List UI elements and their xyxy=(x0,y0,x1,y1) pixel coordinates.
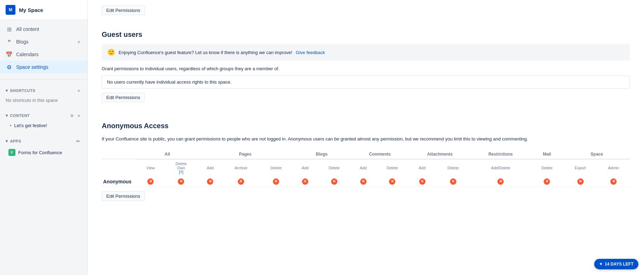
anon-comments-delete-cell: ✕ xyxy=(376,176,409,187)
pages-group-header: Pages xyxy=(198,150,293,159)
sidebar-item-all-content[interactable]: ⊞ All content xyxy=(0,23,87,35)
permissions-table: All Pages Blogs Comments Attachments Res… xyxy=(102,150,630,187)
anonymous-row-label: Anonymous xyxy=(102,176,137,187)
apps-section: APPS ✏ F Forms for Confluence xyxy=(0,133,87,161)
trial-badge[interactable]: ✦ 14 DAYS LEFT xyxy=(594,259,638,269)
space-logo-letter: M xyxy=(9,7,12,12)
anon-mail-delete-x-icon: ✕ xyxy=(544,178,550,185)
grant-permissions-text: Grant permissions to individual users, r… xyxy=(102,66,630,71)
anon-blogs-add-cell: ✕ xyxy=(293,176,317,187)
content-heading: CONTENT xyxy=(10,113,29,118)
anon-pages-add-x-icon: ✕ xyxy=(207,178,213,185)
space-export-header: Export xyxy=(564,159,597,176)
sidebar-header: M My Space xyxy=(0,0,87,20)
blogs-delete-header: Delete xyxy=(317,159,351,176)
sidebar-item-blogs[interactable]: ❝ Blogs + xyxy=(0,35,87,48)
anon-comments-delete-x-icon: ✕ xyxy=(389,178,395,185)
anon-pages-delete-x-icon: ✕ xyxy=(273,178,279,185)
apps-chevron-icon xyxy=(6,139,8,144)
mail-delete-header: Delete xyxy=(530,159,564,176)
sidebar-item-all-content-label: All content xyxy=(16,26,39,32)
pages-delete-header: Delete xyxy=(259,159,293,176)
anon-comments-add-x-icon: ✕ xyxy=(360,178,367,185)
anon-delete-own-x-icon: ✕ xyxy=(178,178,184,185)
shortcuts-section: SHORTCUTS + No shortcuts in this space xyxy=(0,82,87,107)
shortcuts-heading: SHORTCUTS xyxy=(10,89,35,93)
content-chevron-icon xyxy=(6,113,8,118)
anon-blogs-add-x-icon: ✕ xyxy=(302,178,308,185)
row-label-header xyxy=(102,159,137,176)
blogs-add-header: Add xyxy=(293,159,317,176)
sidebar-space-title: My Space xyxy=(19,7,43,13)
anon-attachments-delete-x-icon: ✕ xyxy=(450,178,456,185)
calendar-icon: 📅 xyxy=(6,51,13,58)
smiley-icon: 🙂 xyxy=(107,48,115,56)
anon-attachments-add-cell: ✕ xyxy=(409,176,435,187)
anon-comments-add-cell: ✕ xyxy=(351,176,376,187)
content-item-festive[interactable]: Let's get festive! xyxy=(0,121,87,130)
trial-label: 14 DAYS LEFT xyxy=(605,262,633,267)
all-delete-own-header: DeleteOwn[?] xyxy=(165,159,198,176)
main-content: Edit Permissions Guest users 🙂 Enjoying … xyxy=(88,0,644,275)
blogs-add-button[interactable]: + xyxy=(76,38,82,45)
sidebar-item-calendars[interactable]: 📅 Calendars xyxy=(0,48,87,61)
anon-blogs-delete-x-icon: ✕ xyxy=(331,178,337,185)
anon-pages-archive-x-icon: ✕ xyxy=(238,178,244,185)
comments-delete-header: Delete xyxy=(376,159,409,176)
table-row-anonymous: Anonymous ✕ ✕ ✕ ✕ ✕ ✕ ✕ ✕ ✕ ✕ ✕ ✕ ✕ ✕ ✕ xyxy=(102,176,630,187)
anon-blogs-delete-cell: ✕ xyxy=(317,176,351,187)
content-filter-button[interactable]: ≡ xyxy=(69,112,75,119)
all-group-header: All xyxy=(137,150,198,159)
anon-space-admin-x-icon: ✕ xyxy=(610,178,617,185)
apps-heading: APPS xyxy=(10,139,21,143)
sidebar-nav-section: ⊞ All content ❝ Blogs + 📅 Calendars ⚙ Sp… xyxy=(0,20,87,76)
table-sub-header-row: View DeleteOwn[?] Add Archive Delete Add… xyxy=(102,159,630,176)
anon-pages-archive-cell: ✕ xyxy=(223,176,260,187)
attachments-add-header: Add xyxy=(409,159,435,176)
anon-attachments-add-x-icon: ✕ xyxy=(419,178,425,185)
grid-icon: ⊞ xyxy=(6,26,13,33)
give-feedback-link[interactable]: Give feedback xyxy=(296,50,325,55)
shortcuts-header[interactable]: SHORTCUTS + xyxy=(0,85,87,96)
sidebar-item-calendars-label: Calendars xyxy=(16,52,39,57)
banner-text: Enjoying Confluence's guest feature? Let… xyxy=(119,50,292,55)
shortcuts-add-button[interactable]: + xyxy=(76,87,82,94)
trial-icon: ✦ xyxy=(599,262,603,267)
attachments-group-header: Attachments xyxy=(409,150,471,159)
guest-info-banner: 🙂 Enjoying Confluence's guest feature? L… xyxy=(102,44,630,60)
apps-item-forms[interactable]: F Forms for Confluence xyxy=(0,147,87,158)
anon-view-x-icon: ✕ xyxy=(147,178,154,185)
anon-space-admin-cell: ✕ xyxy=(597,176,630,187)
table-group-header-row: All Pages Blogs Comments Attachments Res… xyxy=(102,150,630,159)
anon-pages-add-cell: ✕ xyxy=(198,176,223,187)
space-group-header: Space xyxy=(564,150,630,159)
no-access-box: No users currently have individual acces… xyxy=(102,76,630,89)
all-view-header: View xyxy=(137,159,165,176)
anon-delete-own-cell: ✕ xyxy=(165,176,198,187)
top-edit-permissions-button[interactable]: Edit Permissions xyxy=(102,6,145,15)
space-logo: M xyxy=(6,5,15,15)
anon-restrictions-cell: ✕ xyxy=(471,176,530,187)
no-shortcuts-text: No shortcuts in this space xyxy=(0,96,87,104)
blogs-group-header: Blogs xyxy=(293,150,351,159)
anonymous-access-section: Anonymous Access If your Confluence site… xyxy=(102,122,630,209)
anon-edit-permissions-button[interactable]: Edit Permissions xyxy=(102,191,145,201)
forms-app-icon: F xyxy=(8,149,15,156)
anon-attachments-delete-cell: ✕ xyxy=(435,176,471,187)
apps-header[interactable]: APPS ✏ xyxy=(0,136,87,147)
content-add-button[interactable]: + xyxy=(76,112,82,119)
content-item-festive-label: Let's get festive! xyxy=(14,123,47,128)
tooltip-link[interactable]: [?] xyxy=(179,170,183,174)
shortcuts-chevron-icon xyxy=(6,88,8,93)
content-section: CONTENT ≡ + Let's get festive! xyxy=(0,107,87,133)
sidebar-item-space-settings[interactable]: ⚙ Space settings xyxy=(0,61,87,73)
anon-view-cell: ✕ xyxy=(137,176,165,187)
content-header[interactable]: CONTENT ≡ + xyxy=(0,110,87,121)
apps-edit-button[interactable]: ✏ xyxy=(75,138,82,145)
guest-edit-permissions-button[interactable]: Edit Permissions xyxy=(102,93,145,102)
restrictions-add-delete-header: Add/Delete xyxy=(471,159,530,176)
attachments-delete-header: Delete xyxy=(435,159,471,176)
anonymous-access-title: Anonymous Access xyxy=(102,122,630,130)
anonymous-access-description: If your Confluence site is public, you c… xyxy=(102,136,630,143)
top-section: Edit Permissions xyxy=(102,0,630,24)
